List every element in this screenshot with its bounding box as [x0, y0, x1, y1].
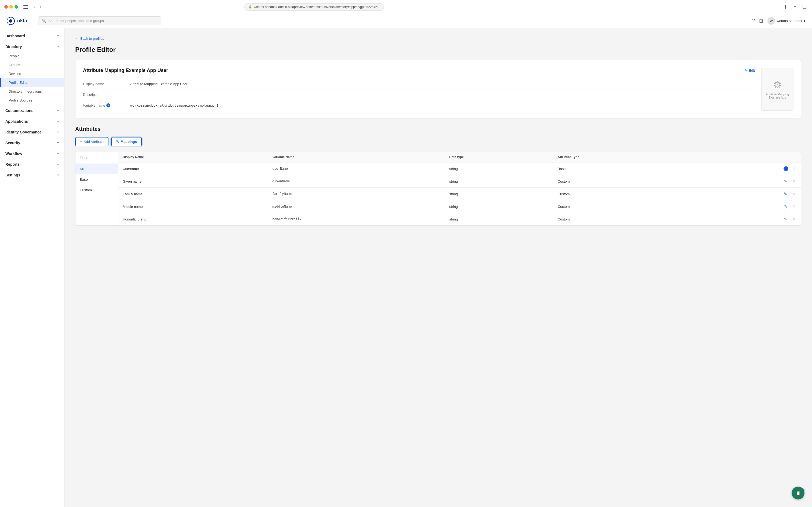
- row-delete-button[interactable]: ✕: [791, 216, 797, 222]
- back-to-profiles-link[interactable]: ← Back to profiles: [75, 37, 801, 41]
- minimize-button[interactable]: [9, 5, 13, 9]
- app-gear-icon: ⚙: [773, 79, 781, 91]
- sidebar-section-label: Workflow: [5, 152, 22, 156]
- sidebar-item-directory[interactable]: Directory ▴: [0, 42, 64, 52]
- cell-display-name: Middle name: [118, 200, 268, 213]
- filter-item-all[interactable]: All: [75, 164, 118, 174]
- sidebar-item-profile-editor[interactable]: Profile Editor: [0, 78, 64, 87]
- sidebar-item-workflow[interactable]: Workflow ▾: [0, 149, 64, 158]
- chevron-down-icon: ▾: [57, 35, 59, 38]
- close-button[interactable]: [4, 5, 8, 9]
- cell-data-type: string: [445, 175, 554, 188]
- sidebar-section-label: Security: [5, 141, 20, 145]
- sidebar-item-profile-sources[interactable]: Profile Sources: [0, 96, 64, 105]
- table-body: Username userName string Base i ✕ Given …: [118, 163, 801, 226]
- sidebar-item-security[interactable]: Security ▾: [0, 138, 64, 148]
- sidebar-item-devices[interactable]: Devices: [0, 69, 64, 78]
- cell-display-name: Family name: [118, 188, 268, 200]
- table-row: Family name familyName string Custom ✎ ✕: [118, 188, 801, 200]
- okta-nav-right: ? ⊞ W workos-sandbox ▾: [752, 17, 806, 25]
- sidebar-section-label: Applications: [5, 119, 28, 123]
- edit-pencil-icon: ✎: [745, 68, 748, 72]
- cell-variable-name: honorificPrefix: [268, 213, 445, 226]
- sidebar-toggle[interactable]: [23, 5, 28, 9]
- chevron-down-icon: ▾: [57, 141, 59, 145]
- sidebar-section-label: Directory: [5, 45, 22, 49]
- app-icon-box: ⚙ Attribute MappingExample App: [761, 68, 794, 111]
- sidebar-item-customizations[interactable]: Customizations ▾: [0, 106, 64, 115]
- row-edit-button[interactable]: ✎: [783, 178, 789, 184]
- cell-attribute-type: Custom: [554, 213, 695, 226]
- sidebar: Dashboard ▾ Directory ▴ People Groups De…: [0, 28, 64, 507]
- mappings-button[interactable]: ✎ Mappings: [111, 137, 142, 146]
- cell-variable-name: middleName: [268, 200, 445, 213]
- okta-search-bar[interactable]: 🔍 Search for people, apps and groups: [38, 16, 161, 25]
- copy-button[interactable]: ❐: [801, 3, 808, 11]
- edit-profile-button[interactable]: ✎ Edit: [745, 68, 755, 72]
- sidebar-item-groups[interactable]: Groups: [0, 60, 64, 69]
- cell-data-type: string: [445, 188, 554, 200]
- row-delete-button[interactable]: ✕: [791, 178, 797, 184]
- row-actions: ✎ ✕: [699, 191, 797, 197]
- col-actions: [695, 152, 801, 163]
- sidebar-section-label: Dashboard: [5, 34, 25, 38]
- profile-card-title: Attribute Mapping Example App User: [83, 68, 168, 73]
- chevron-down-icon: ▾: [57, 109, 59, 113]
- filter-item-custom[interactable]: Custom: [75, 185, 118, 195]
- row-actions: i ✕: [699, 166, 797, 172]
- user-chevron-icon: ▾: [804, 19, 806, 23]
- row-delete-button[interactable]: ✕: [791, 191, 797, 197]
- forward-arrow[interactable]: ›: [38, 4, 43, 10]
- back-arrow-icon: ←: [75, 37, 79, 41]
- sidebar-item-directory-integrations[interactable]: Directory Integrations: [0, 87, 64, 96]
- add-attribute-button[interactable]: + Add Attribute: [75, 137, 109, 146]
- filter-item-base[interactable]: Base: [75, 174, 118, 185]
- page-title: Profile Editor: [75, 46, 801, 53]
- cell-variable-name: givenName: [268, 175, 445, 188]
- share-button[interactable]: ⬆: [782, 3, 789, 11]
- row-edit-button[interactable]: ✎: [783, 204, 789, 210]
- attributes-table: Display Name Variable Name Data type Att…: [118, 152, 801, 225]
- sidebar-section-customizations: Customizations ▾: [0, 106, 64, 115]
- add-tab-button[interactable]: +: [793, 3, 798, 11]
- sidebar-section-label: Settings: [5, 173, 20, 177]
- row-info-icon[interactable]: i: [784, 166, 789, 171]
- float-action-button[interactable]: 📋: [792, 487, 805, 500]
- cell-actions: ✎ ✕: [695, 213, 801, 226]
- sidebar-section-label: Reports: [5, 162, 19, 167]
- sidebar-item-settings[interactable]: Settings ▾: [0, 170, 64, 180]
- profile-field-variable-name: Variable name i workossandbox_attributem…: [83, 100, 755, 111]
- sidebar-section-applications: Applications ▾: [0, 117, 64, 126]
- help-icon[interactable]: ?: [752, 18, 755, 23]
- app-layout: Dashboard ▾ Directory ▴ People Groups De…: [0, 28, 812, 507]
- chevron-down-icon: ▾: [57, 173, 59, 177]
- field-label-description: Description: [83, 93, 126, 97]
- attributes-section-title: Attributes: [75, 126, 801, 132]
- cell-attribute-type: Base: [554, 163, 695, 175]
- cell-actions: i ✕: [695, 163, 801, 175]
- row-edit-button[interactable]: ✎: [783, 191, 789, 197]
- url-bar[interactable]: 🔒 workos-sandbox-admin.oktapreview.com/a…: [244, 3, 384, 11]
- sidebar-section-security: Security ▾: [0, 138, 64, 148]
- okta-logo-text: okta: [17, 18, 27, 23]
- back-arrow[interactable]: ‹: [33, 4, 37, 10]
- cell-display-name: Username: [118, 163, 268, 175]
- row-edit-button[interactable]: ✎: [783, 216, 789, 222]
- sidebar-item-applications[interactable]: Applications ▾: [0, 117, 64, 126]
- field-label-variable-name: Variable name i: [83, 103, 126, 107]
- col-attribute-type: Attribute Type: [554, 152, 695, 163]
- row-delete-button[interactable]: ✕: [791, 204, 797, 210]
- row-delete-button[interactable]: ✕: [791, 166, 797, 172]
- maximize-button[interactable]: [14, 5, 18, 9]
- filter-header: Filters: [75, 152, 118, 164]
- user-menu[interactable]: W workos-sandbox ▾: [767, 17, 806, 25]
- sidebar-item-people[interactable]: People: [0, 52, 64, 60]
- avatar: W: [767, 17, 775, 25]
- sidebar-item-reports[interactable]: Reports ▾: [0, 160, 64, 169]
- variable-name-info-icon[interactable]: i: [106, 103, 110, 107]
- apps-grid-icon[interactable]: ⊞: [759, 18, 763, 24]
- sidebar-item-dashboard[interactable]: Dashboard ▾: [0, 31, 64, 41]
- user-label: workos-sandbox: [776, 19, 802, 23]
- cell-data-type: string: [445, 163, 554, 175]
- sidebar-item-identity-governance[interactable]: Identity Governance ▾: [0, 127, 64, 137]
